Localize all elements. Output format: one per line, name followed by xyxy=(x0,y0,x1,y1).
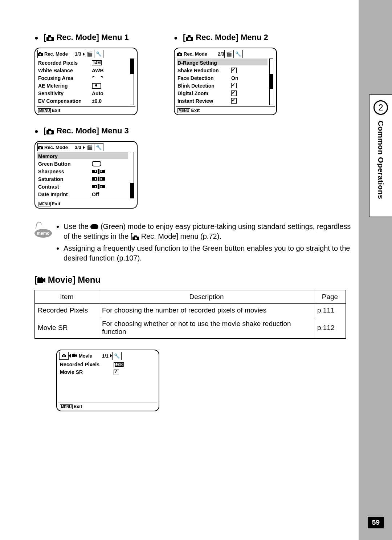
svg-point-30 xyxy=(73,354,74,355)
svg-point-8 xyxy=(188,37,191,40)
svg-marker-22 xyxy=(43,278,45,283)
movie-icon xyxy=(72,353,77,359)
table-row: Movie SR For choosing whether or not to … xyxy=(35,317,346,338)
svg-rect-26 xyxy=(63,354,65,355)
svg-point-11 xyxy=(179,53,181,55)
svg-point-14 xyxy=(49,131,52,134)
camera-icon xyxy=(46,126,54,136)
svg-rect-4 xyxy=(39,52,41,53)
menu3-heading: [ Rec. Mode] Menu 3 xyxy=(34,126,138,136)
page-content: [ Rec. Mode] Menu 1 Rec. Mode1/3 🎬 🔧 Rec… xyxy=(0,0,392,411)
movie-tab-icon: 🎬 xyxy=(85,50,94,58)
side-gray-bar xyxy=(359,0,392,540)
movie-table: Item Description Page Recorded Pixels Fo… xyxy=(34,290,346,339)
svg-point-17 xyxy=(40,147,41,149)
menu1-heading: [ Rec. Mode] Menu 1 xyxy=(34,33,138,43)
chapter-tab: 2 Common Operations xyxy=(369,94,392,217)
focus-area-icon: ⌜ ⌝ xyxy=(92,74,110,81)
camera-icon xyxy=(46,33,54,43)
chapter-number: 2 xyxy=(373,100,388,115)
svg-rect-1 xyxy=(48,35,51,37)
movie-icon xyxy=(37,275,45,286)
scrollbar xyxy=(130,59,134,105)
lcd-menu3: Rec. Mode3/3 🎬 🔧 Memory Green Button Sha… xyxy=(34,141,138,209)
chapter-label: Common Operations xyxy=(376,121,385,199)
movie-menu-heading: [ Movie] Menu xyxy=(34,275,356,286)
menu2-heading: [ Rec. Mode] Menu 2 xyxy=(174,33,277,43)
svg-rect-13 xyxy=(48,129,51,130)
svg-point-23 xyxy=(38,277,40,279)
table-row: Recorded Pixels For choosing the number … xyxy=(35,303,346,317)
memo-bullet-2: Assigning a frequently used function to … xyxy=(64,243,356,263)
page-number: 59 xyxy=(368,517,384,528)
lcd-menu2: Rec. Mode2/3 🎬 🔧 D-Range Setting Shake R… xyxy=(174,48,277,115)
roundrect-icon xyxy=(92,160,110,167)
lcd-menu1: Rec. Mode1/3 🎬 🔧 Recorded Pixels White B… xyxy=(34,48,138,115)
lcd-tabbar: Rec. Mode1/3 🎬 🔧 xyxy=(37,50,135,58)
slider-icon xyxy=(92,168,110,175)
svg-rect-19 xyxy=(134,235,137,237)
svg-point-24 xyxy=(40,277,42,279)
svg-marker-29 xyxy=(75,354,77,357)
camera-icon xyxy=(185,33,193,43)
menu-exit: MENUExit xyxy=(37,107,135,114)
memo-bullet-1: Use the (Green) mode to enjoy easy pictu… xyxy=(64,222,356,242)
camera-icon xyxy=(132,232,139,242)
table-header: Item Description Page xyxy=(35,290,346,303)
green-mode-icon xyxy=(90,224,98,229)
wrench-tab-icon: 🔧 xyxy=(94,50,103,58)
svg-rect-16 xyxy=(39,146,41,147)
svg-rect-7 xyxy=(188,35,191,37)
svg-point-20 xyxy=(135,237,137,239)
svg-point-5 xyxy=(40,53,41,55)
svg-point-31 xyxy=(74,354,75,355)
memo-block: memo Use the (Green) mode to enjoy easy … xyxy=(34,222,356,264)
svg-point-27 xyxy=(63,355,65,357)
memo-badge: memo xyxy=(34,222,53,238)
ae-metering-icon xyxy=(92,82,110,89)
checkbox-icon xyxy=(231,68,237,73)
svg-point-2 xyxy=(49,37,52,40)
svg-rect-10 xyxy=(179,52,180,53)
lcd-movie: Movie1/1 🔧 Recorded Pixels Movie SR 1280… xyxy=(56,350,159,411)
